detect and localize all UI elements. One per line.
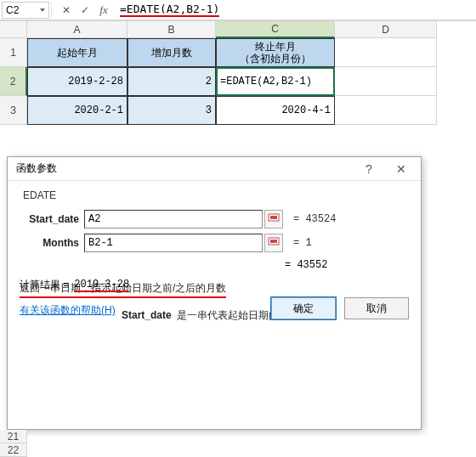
- arg-input-months-value: B2-1: [88, 237, 113, 249]
- cell-a3[interactable]: 2020-2-1: [27, 96, 128, 125]
- arg-input-startdate-value: A2: [88, 213, 100, 225]
- ok-button[interactable]: 确定: [271, 297, 336, 319]
- help-link[interactable]: 有关该函数的帮助(H): [20, 304, 116, 316]
- cell-b3[interactable]: 3: [128, 96, 216, 125]
- formula-bar: C2 ✕ ✓ fx =EDATE(A2,B2-1): [0, 0, 476, 20]
- col-header-a[interactable]: A: [27, 21, 128, 38]
- formula-bar-buttons: ✕ ✓ fx: [54, 3, 116, 18]
- arg-row-startdate: Start_date A2 = 43524: [20, 210, 409, 228]
- cell-b2[interactable]: 2: [128, 67, 216, 96]
- arg-input-months[interactable]: B2-1: [84, 234, 263, 252]
- argument-description-label: Start_date: [122, 309, 172, 321]
- spreadsheet-grid: A B C D 1 起始年月 增加月数 终止年月 （含初始月份） 2 2019-…: [0, 20, 476, 125]
- formula-input[interactable]: =EDATE(A2,B2-1): [116, 2, 476, 19]
- arg-input-startdate[interactable]: A2: [84, 210, 263, 228]
- arg-label-startdate: Start_date: [20, 213, 84, 225]
- cancel-button[interactable]: 取消: [344, 297, 409, 319]
- cell-a1[interactable]: 起始年月: [27, 38, 128, 67]
- dialog-title: 函数参数: [16, 161, 57, 176]
- collapse-icon[interactable]: [264, 210, 283, 228]
- row-header-22[interactable]: 22: [0, 443, 27, 457]
- calculation-result: 计算结果 = 2019-3-28: [20, 278, 129, 292]
- fx-icon[interactable]: fx: [96, 3, 111, 18]
- cell-d2[interactable]: [335, 67, 437, 96]
- select-all-corner[interactable]: [0, 21, 27, 38]
- row-header-21[interactable]: 21: [0, 430, 27, 443]
- name-box-value: C2: [6, 4, 19, 16]
- dialog-buttons: 确定 取消: [271, 297, 409, 319]
- arg-result-months: = 1: [293, 237, 312, 249]
- function-name: EDATE: [23, 189, 409, 201]
- row-header-1[interactable]: 1: [0, 38, 27, 67]
- svg-rect-1: [270, 216, 277, 219]
- svg-rect-3: [270, 240, 277, 243]
- cell-c2[interactable]: =EDATE(A2,B2-1): [216, 67, 335, 96]
- cell-c3[interactable]: 2020-4-1: [216, 96, 335, 125]
- calc-value: 2019-3-28: [74, 279, 129, 292]
- chevron-down-icon: [40, 8, 45, 12]
- col-header-c[interactable]: C: [216, 21, 335, 38]
- arg-label-months: Months: [20, 237, 84, 249]
- collapse-icon[interactable]: [264, 234, 283, 252]
- arg-result-startdate: = 43524: [293, 213, 336, 225]
- dialog-titlebar[interactable]: 函数参数 ? ✕: [8, 157, 421, 181]
- cell-a2[interactable]: 2019-2-28: [27, 67, 128, 96]
- row-header-2[interactable]: 2: [0, 67, 27, 96]
- calc-label: 计算结果 =: [20, 278, 69, 292]
- accept-formula-icon[interactable]: ✓: [77, 3, 93, 18]
- name-box[interactable]: C2: [2, 2, 49, 19]
- cell-d3[interactable]: [335, 96, 437, 125]
- cell-c1[interactable]: 终止年月 （含初始月份）: [216, 38, 335, 67]
- row-header-3[interactable]: 3: [0, 96, 27, 125]
- help-icon[interactable]: ?: [354, 159, 383, 179]
- cell-b1[interactable]: 增加月数: [128, 38, 216, 67]
- cell-d1[interactable]: [335, 38, 437, 67]
- arg-row-months: Months B2-1 = 1: [20, 234, 409, 252]
- col-header-b[interactable]: B: [128, 21, 216, 38]
- dialog-body: EDATE Start_date A2 = 43524 Months B2-1 …: [8, 181, 421, 330]
- col-header-d[interactable]: D: [335, 21, 437, 38]
- separator: [51, 3, 52, 18]
- function-result: = 43552: [20, 259, 409, 271]
- function-arguments-dialog: 函数参数 ? ✕ EDATE Start_date A2 = 43524 Mon…: [7, 156, 422, 430]
- cancel-formula-icon[interactable]: ✕: [59, 3, 74, 18]
- close-icon[interactable]: ✕: [387, 159, 416, 179]
- help-link-row: 有关该函数的帮助(H): [20, 303, 116, 318]
- formula-text: =EDATE(A2,B2-1): [120, 3, 219, 17]
